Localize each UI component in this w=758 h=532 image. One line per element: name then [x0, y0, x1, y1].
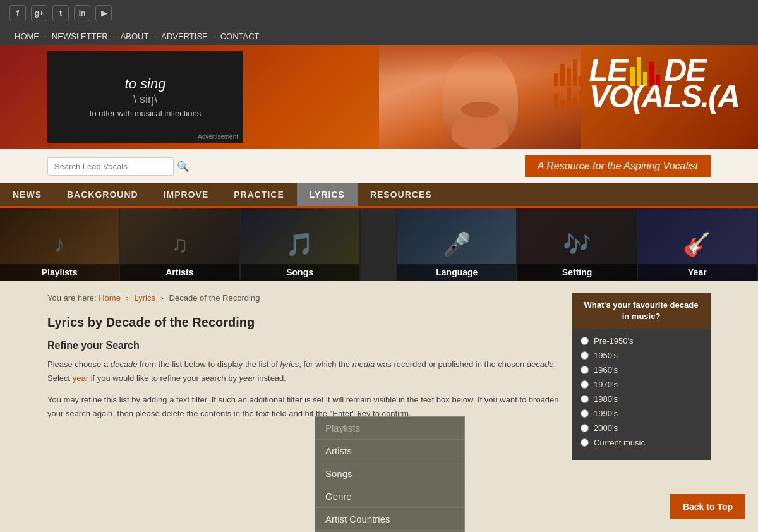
category-thumbnails: ♪ Playlists ♫ Artists 🎵 Songs 🎤 Language…: [0, 208, 758, 281]
search-button[interactable]: 🔍: [177, 160, 190, 172]
top-bar: f g+ t in ▶: [0, 0, 758, 27]
radio-1960: 1960's: [581, 365, 702, 375]
facebook-icon[interactable]: f: [9, 5, 26, 21]
main-content: You are here: Home › Lyrics › Decade of …: [47, 293, 559, 521]
radio-1960-label: 1960's: [594, 365, 618, 375]
banner-woman-image: [379, 45, 581, 149]
nav-resources[interactable]: RESOURCES: [358, 183, 445, 206]
nav-newsletter[interactable]: NEWSLETTER: [47, 32, 113, 41]
banner-ad[interactable]: to sing \ˈsiŋ\ to utter with musical inf…: [47, 51, 243, 143]
cat-year-label: Year: [638, 264, 757, 281]
radio-1980-label: 1980's: [594, 394, 618, 404]
cat-year[interactable]: 🎸 Year: [638, 208, 758, 281]
radio-pre1950-input[interactable]: [581, 337, 589, 345]
nav-advertise[interactable]: ADVERTISE: [156, 32, 212, 41]
cat-language[interactable]: 🎤 Language: [397, 208, 517, 281]
radio-2000: 2000's: [581, 423, 702, 433]
site-logo: LE DE VO(ALS.(A: [554, 54, 739, 112]
radio-1970: 1970's: [581, 380, 702, 389]
dropdown-artist-countries[interactable]: Artist Countries: [315, 508, 464, 531]
tagline: A Resource for the Aspiring Vocalist: [525, 155, 711, 177]
nav-improve[interactable]: IMPROVE: [151, 183, 222, 206]
search-input[interactable]: [47, 157, 174, 176]
sidebar: What's your favourite decade in music? P…: [572, 293, 711, 521]
breadcrumb-label: You are here:: [47, 293, 97, 303]
refine-title: Refine your Search: [47, 340, 559, 351]
radio-1950-input[interactable]: [581, 351, 589, 360]
sidebar-title: What's your favourite decade in music?: [572, 293, 711, 329]
ad-main-text: to sing: [125, 76, 166, 92]
cat-playlists-label: Playlists: [0, 264, 119, 281]
page-title: Lyrics by Decade of the Recording: [47, 315, 559, 330]
cat-gap: [361, 208, 397, 281]
radio-1980-input[interactable]: [581, 395, 589, 403]
radio-pre1950-label: Pre-1950's: [594, 336, 633, 346]
cat-artists[interactable]: ♫ Artists: [120, 208, 240, 281]
radio-1960-input[interactable]: [581, 366, 589, 374]
intro-paragraph-1: Please choose a decade from the list bel…: [47, 358, 559, 385]
nav-home[interactable]: HOME: [9, 32, 44, 41]
breadcrumb-home[interactable]: Home: [99, 293, 121, 303]
breadcrumb-current: Decade of the Recording: [169, 293, 260, 303]
year-link[interactable]: year: [73, 373, 88, 383]
cat-setting-label: Setting: [517, 264, 636, 281]
banner: to sing \ˈsiŋ\ to utter with musical inf…: [0, 45, 758, 149]
sidebar-content: Pre-1950's 1950's 1960's 1970's 1980's 1…: [572, 329, 711, 460]
ad-definition: to utter with musical inflections: [90, 109, 201, 118]
googleplus-icon[interactable]: g+: [31, 5, 47, 21]
cat-songs[interactable]: 🎵 Songs: [241, 208, 361, 281]
top-nav: HOME · NEWSLETTER · ABOUT · ADVERTISE · …: [0, 27, 758, 45]
radio-1990-input[interactable]: [581, 409, 589, 418]
search-section: 🔍: [47, 157, 190, 176]
breadcrumb: You are here: Home › Lyrics › Decade of …: [47, 293, 559, 303]
cat-songs-label: Songs: [241, 264, 359, 281]
breadcrumb-lyrics[interactable]: Lyrics: [135, 293, 155, 303]
search-bar: 🔍 A Resource for the Aspiring Vocalist: [0, 149, 758, 183]
lyrics-dropdown: Playlists Artists Songs Genre Artist Cou…: [315, 416, 465, 532]
radio-1980: 1980's: [581, 394, 702, 404]
nav-lyrics[interactable]: LYRICS: [297, 183, 358, 206]
ad-label: Advertisement: [198, 133, 238, 140]
radio-1970-input[interactable]: [581, 380, 589, 389]
nav-background[interactable]: BACKGROUND: [54, 183, 151, 206]
ad-phonetic: \ˈsiŋ\: [133, 92, 157, 106]
intro-paragraph-2: You may refine this list by adding a tex…: [47, 393, 559, 421]
nav-contact[interactable]: CONTACT: [215, 32, 265, 41]
radio-current: Current music: [581, 438, 702, 447]
radio-1950-label: 1950's: [594, 351, 618, 360]
nav-about[interactable]: ABOUT: [116, 32, 154, 41]
radio-1990-label: 1990's: [594, 409, 618, 418]
radio-pre1950: Pre-1950's: [581, 336, 702, 346]
linkedin-icon[interactable]: in: [74, 5, 90, 21]
radio-1970-label: 1970's: [594, 380, 618, 389]
youtube-icon[interactable]: ▶: [95, 5, 112, 21]
dropdown-playlists[interactable]: Playlists: [315, 417, 464, 440]
radio-current-label: Current music: [594, 438, 645, 447]
dropdown-artists[interactable]: Artists: [315, 440, 464, 462]
cat-setting[interactable]: 🎶 Setting: [517, 208, 637, 281]
cat-artists-label: Artists: [120, 264, 239, 281]
dropdown-genre[interactable]: Genre: [315, 485, 464, 508]
radio-2000-input[interactable]: [581, 424, 589, 432]
nav-practice[interactable]: PRACTICE: [221, 183, 297, 206]
back-to-top-button[interactable]: Back to Top: [670, 494, 745, 519]
twitter-icon[interactable]: t: [52, 5, 69, 21]
main-nav: NEWS BACKGROUND IMPROVE PRACTICE LYRICS …: [0, 183, 758, 208]
dropdown-songs[interactable]: Songs: [315, 462, 464, 485]
radio-1950: 1950's: [581, 351, 702, 360]
radio-1990: 1990's: [581, 409, 702, 418]
nav-news[interactable]: NEWS: [0, 183, 54, 206]
cat-playlists[interactable]: ♪ Playlists: [0, 208, 120, 281]
radio-current-input[interactable]: [581, 438, 589, 447]
cat-language-label: Language: [397, 264, 516, 281]
radio-2000-label: 2000's: [594, 423, 618, 433]
